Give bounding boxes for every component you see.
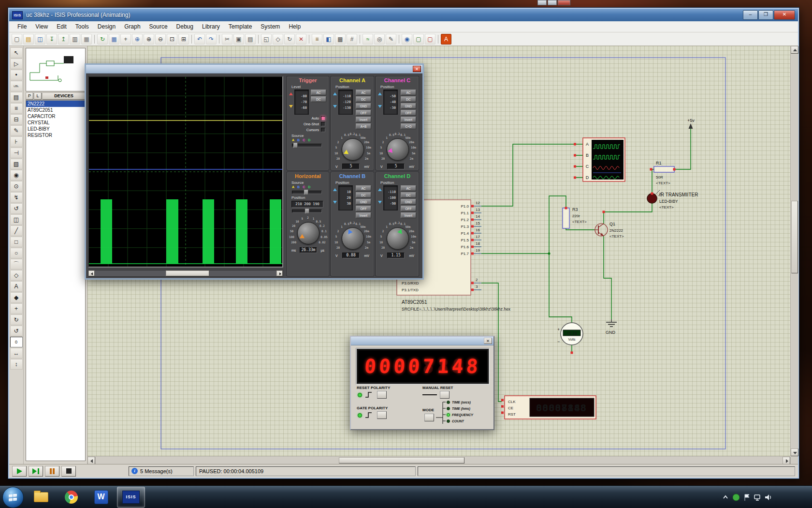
level-arrows[interactable] bbox=[289, 90, 293, 108]
pick-button[interactable]: P bbox=[26, 92, 33, 100]
channel-b-invert-button[interactable]: Invert bbox=[356, 212, 371, 218]
channel-c-gnd-button[interactable]: GND bbox=[401, 103, 416, 109]
mode-option[interactable]: COUNT bbox=[447, 418, 493, 424]
channel-c-dc-button[interactable]: DC bbox=[401, 96, 416, 102]
counter-timer-component[interactable]: 88888888 00007148 CLK CE RST bbox=[501, 396, 596, 419]
menu-item[interactable]: Graph bbox=[120, 21, 145, 32]
pick-parts-icon[interactable]: ≡ bbox=[312, 34, 322, 45]
device-list-item[interactable]: LED-BIBY bbox=[26, 126, 85, 132]
block-copy-icon[interactable]: ◱ bbox=[261, 34, 272, 45]
taskbar-explorer-button[interactable] bbox=[27, 487, 55, 508]
current-probe-icon[interactable]: ↺ bbox=[10, 203, 23, 214]
vertical-scrollbar[interactable] bbox=[790, 46, 798, 456]
channel-d-ac-button[interactable]: AC bbox=[401, 185, 416, 191]
2d-symbol-icon[interactable]: ◆ bbox=[10, 292, 23, 303]
channel-c-gain-knob[interactable]: 20105210.50.20.150m20m10m5m2m bbox=[378, 131, 417, 163]
channel-b-position-scale[interactable]: 102030 bbox=[338, 185, 353, 210]
ground-terminal[interactable]: GND bbox=[606, 319, 617, 335]
channel-a-gnd-button[interactable]: GND bbox=[356, 103, 371, 109]
channel-a-sum-button[interactable]: A+B bbox=[356, 123, 371, 129]
2d-box-icon[interactable]: □ bbox=[10, 237, 23, 247]
toggle-grid-icon[interactable]: ▦ bbox=[109, 34, 119, 45]
wire-autorouter-icon[interactable]: ≈ bbox=[362, 34, 373, 45]
mode-option[interactable]: TIME (hms) bbox=[447, 405, 493, 412]
channel-a-invert-button[interactable]: Invert bbox=[356, 117, 371, 122]
text-script-icon[interactable]: ▤ bbox=[10, 92, 23, 103]
auto-led-icon[interactable] bbox=[321, 116, 325, 120]
play-button[interactable] bbox=[12, 466, 27, 477]
block-move-icon[interactable]: ◇ bbox=[273, 34, 283, 45]
taskbar-word-button[interactable]: W bbox=[87, 487, 115, 508]
paste-icon[interactable]: ▤ bbox=[245, 34, 256, 45]
mode-option[interactable]: TIME (secs) bbox=[447, 399, 493, 405]
open-design-icon[interactable]: ▤ bbox=[23, 34, 34, 45]
position-arrows[interactable] bbox=[378, 185, 382, 204]
timebase-knob[interactable]: 2001005020105210.50.20.10.050.02 bbox=[289, 214, 327, 246]
2d-marker-icon[interactable]: + bbox=[10, 303, 23, 314]
component-mode-icon[interactable]: ▷ bbox=[10, 59, 23, 69]
wire-label-icon[interactable]: LBL bbox=[10, 81, 23, 91]
import-section-icon[interactable]: ↧ bbox=[46, 34, 57, 45]
device-list-item[interactable]: RESISTOR bbox=[26, 132, 85, 138]
tape-recorder-icon[interactable]: ◉ bbox=[10, 170, 23, 180]
2d-arc-icon[interactable]: ⌒ bbox=[10, 259, 23, 269]
terminals-mode-icon[interactable]: ⊦ bbox=[10, 136, 23, 147]
channel-b-off-button[interactable]: OFF bbox=[356, 206, 371, 211]
channel-b-dc-button[interactable]: DC bbox=[356, 192, 371, 198]
generator-mode-icon[interactable]: ⊙ bbox=[10, 181, 23, 192]
taskbar-isis-button[interactable]: ISIS bbox=[117, 487, 145, 508]
rotation-angle-box[interactable]: 0 bbox=[10, 337, 23, 347]
menu-item[interactable]: Design bbox=[93, 21, 120, 32]
rotate-clockwise-icon[interactable]: ↻ bbox=[10, 314, 23, 325]
position-arrows[interactable] bbox=[333, 90, 337, 108]
channel-c-sum-button[interactable]: C+D bbox=[401, 123, 416, 129]
graph-mode-icon[interactable]: ▧ bbox=[10, 159, 23, 169]
2d-text-icon[interactable]: A bbox=[10, 281, 23, 292]
trigger-ac-button[interactable]: AC bbox=[311, 90, 326, 95]
manual-reset-button[interactable] bbox=[440, 391, 450, 399]
subcircuit-icon[interactable]: ⊟ bbox=[10, 114, 23, 125]
reset-polarity-button[interactable] bbox=[377, 391, 387, 399]
cut-icon[interactable]: ✂ bbox=[222, 34, 232, 45]
channel-d-position-scale[interactable]: -110-100-90 bbox=[383, 185, 398, 210]
ares-netlist-icon[interactable]: A bbox=[441, 34, 451, 45]
resistor-r1[interactable]: R1 50R <TEXT> bbox=[654, 161, 674, 185]
selection-mode-icon[interactable]: ↖ bbox=[10, 47, 23, 58]
close-button[interactable]: ✕ bbox=[774, 10, 795, 20]
y-mirror-icon[interactable]: ↕ bbox=[10, 359, 23, 370]
show-hidden-icons-button[interactable] bbox=[721, 493, 730, 502]
zoom-area-icon[interactable]: ⊞ bbox=[178, 34, 189, 45]
channel-d-invert-button[interactable]: Invert bbox=[401, 212, 416, 218]
mode-button[interactable] bbox=[424, 414, 434, 421]
channel-c-position-scale[interactable]: -50-40-30 bbox=[383, 90, 398, 115]
minimize-button[interactable]: – bbox=[743, 10, 758, 20]
message-panel[interactable]: i 5 Message(s) bbox=[129, 466, 194, 476]
counter-titlebar[interactable]: ✕ bbox=[351, 337, 493, 345]
buses-icon[interactable]: ≡ bbox=[10, 103, 23, 114]
channel-b-ac-button[interactable]: AC bbox=[356, 185, 371, 191]
maximize-button[interactable]: ❐ bbox=[758, 10, 773, 20]
virtual-instruments-icon[interactable]: ◫ bbox=[10, 214, 23, 225]
menu-item[interactable]: Source bbox=[145, 21, 172, 32]
channel-a-ac-button[interactable]: AC bbox=[356, 90, 371, 95]
menu-item[interactable]: View bbox=[31, 21, 52, 32]
oscilloscope-close-icon[interactable]: ✕ bbox=[413, 66, 421, 72]
redo-icon[interactable]: ↷ bbox=[206, 34, 217, 45]
oscilloscope-titlebar[interactable]: ✕ bbox=[86, 65, 422, 74]
channel-d-gain-knob[interactable]: 20105210.50.20.150m20m10m5m2m bbox=[378, 220, 417, 252]
mark-output-area-icon[interactable]: ▦ bbox=[81, 34, 92, 45]
new-sheet-icon[interactable]: ▢ bbox=[413, 34, 424, 45]
device-list-item[interactable]: CAPACITOR bbox=[26, 113, 85, 120]
device-list-item[interactable]: AT89C2051 bbox=[26, 107, 85, 113]
menu-item[interactable]: Library bbox=[198, 21, 224, 32]
print-design-icon[interactable]: ▥ bbox=[70, 34, 80, 45]
rotate-anticlockwise-icon[interactable]: ↺ bbox=[10, 326, 23, 336]
action-center-flag-icon[interactable] bbox=[742, 493, 751, 502]
one-shot-led-icon[interactable] bbox=[321, 122, 325, 126]
taskbar-chrome-button[interactable] bbox=[57, 487, 85, 508]
2d-path-icon[interactable]: ◇ bbox=[10, 270, 23, 281]
2d-line-icon[interactable]: ╱ bbox=[10, 225, 23, 236]
make-device-icon[interactable]: ◧ bbox=[323, 34, 334, 45]
trigger-level-scale[interactable]: -80 -70 -60 bbox=[294, 90, 309, 115]
zoom-all-icon[interactable]: ⊡ bbox=[167, 34, 177, 45]
